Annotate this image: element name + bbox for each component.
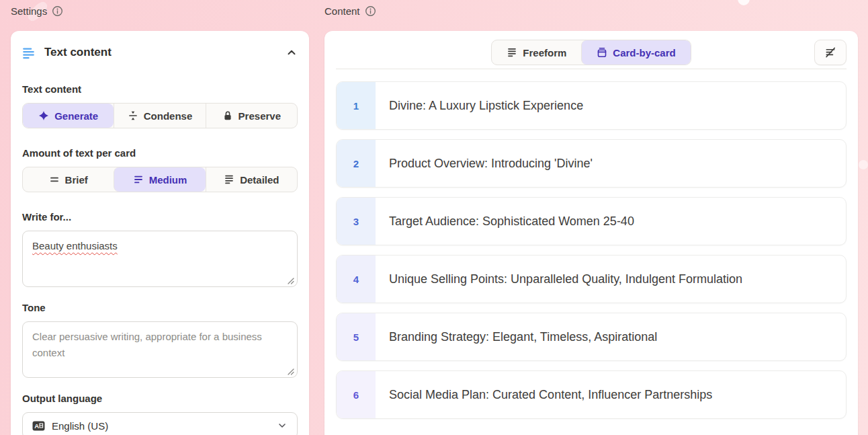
card-number: 1 [337,82,376,129]
card-row-2[interactable]: 2 Product Overview: Introducing 'Divine' [336,139,847,188]
three-lines-icon [133,174,144,185]
content-section-label: Content [324,5,376,17]
detailed-button[interactable]: Detailed [206,167,297,192]
card-number: 3 [337,198,376,245]
card-row-6[interactable]: 6 Social Media Plan: Curated Content, In… [336,370,847,419]
card-number: 6 [337,371,376,418]
clear-formatting-button[interactable] [814,40,847,65]
translate-icon: A [32,421,45,431]
brief-button[interactable]: Brief [23,167,114,192]
content-panel: Freeform Card-by-card 1 Divine: A Luxury… [324,31,858,435]
text-content-group-label: Text content [22,83,298,95]
text-content-section-header[interactable]: Text content [22,40,298,65]
condense-icon [128,110,138,121]
write-for-value: Beauty enthusiasts [32,240,118,251]
medium-button[interactable]: Medium [114,167,205,192]
info-icon[interactable] [52,5,63,17]
two-lines-icon [49,174,60,185]
detailed-label: Detailed [240,174,279,186]
card-title[interactable]: Social Media Plan: Curated Content, Infl… [389,385,712,405]
output-language-label: Output language [22,393,298,404]
card-number: 5 [337,313,376,360]
tone-value: Clear persuasive writing, appropriate fo… [32,331,262,358]
freeform-button[interactable]: Freeform [492,40,581,65]
card-number: 4 [337,255,376,303]
card-title[interactable]: Branding Strategy: Elegant, Timeless, As… [389,327,657,347]
resize-handle-icon[interactable] [286,276,294,284]
card-title[interactable]: Divine: A Luxury Lipstick Experience [389,95,583,116]
card-by-card-label: Card-by-card [613,47,675,58]
clear-formatting-icon [824,46,836,58]
settings-section-label: Settings [11,5,63,17]
chevron-down-icon [277,420,288,431]
lock-icon [222,110,233,121]
card-list: 1 Divine: A Luxury Lipstick Experience 2… [336,81,847,419]
output-language-value: English (US) [52,420,108,432]
text-content-segmented-control: Generate Condense Preserve [22,103,298,128]
generate-button[interactable]: Generate [23,104,114,128]
preserve-label: Preserve [238,110,281,122]
card-title[interactable]: Product Overview: Introducing 'Divine' [389,153,593,173]
settings-panel: Text content Text content Generate Conde… [11,31,309,435]
content-divider [336,69,847,69]
preserve-button[interactable]: Preserve [206,104,297,128]
condense-button[interactable]: Condense [114,104,205,128]
card-row-4[interactable]: 4 Unique Selling Points: Unparalleled Qu… [336,255,847,303]
generate-label: Generate [54,110,98,122]
card-row-3[interactable]: 3 Target Audience: Sophisticated Women 2… [336,197,847,245]
align-left-blue-icon [22,46,35,59]
sparkle-icon [38,110,49,121]
amount-segmented-control: Brief Medium Detailed [22,167,298,192]
chevron-up-icon[interactable] [286,46,298,58]
card-row-1[interactable]: 1 Divine: A Luxury Lipstick Experience [336,81,847,130]
settings-label-text: Settings [11,5,47,17]
info-icon[interactable] [365,5,376,17]
card-title[interactable]: Unique Selling Points: Unparalleled Qual… [389,269,742,289]
card-icon [597,47,607,58]
four-lines-icon [224,174,234,185]
condense-label: Condense [144,110,193,122]
brief-label: Brief [65,174,88,186]
output-language-select[interactable]: A English (US) [22,412,298,435]
card-row-5[interactable]: 5 Branding Strategy: Elegant, Timeless, … [336,313,847,361]
freeform-label: Freeform [523,47,566,58]
content-toolbar: Freeform Card-by-card [336,40,847,65]
content-label-text: Content [324,5,360,17]
medium-label: Medium [149,174,187,186]
svg-text:A: A [34,422,39,430]
write-for-label: Write for... [22,211,298,223]
tone-textarea[interactable]: Clear persuasive writing, appropriate fo… [22,321,298,378]
sparkle-decoration [859,160,868,169]
panel-title: Text content [44,46,276,59]
mode-segmented-control: Freeform Card-by-card [491,40,691,65]
card-by-card-button[interactable]: Card-by-card [581,40,690,65]
align-left-icon [507,47,517,58]
card-number: 2 [337,140,376,187]
sparkle-decoration [738,0,750,5]
card-title[interactable]: Target Audience: Sophisticated Women 25-… [389,211,634,231]
resize-handle-icon[interactable] [286,367,294,375]
amount-label: Amount of text per card [22,147,298,159]
write-for-textarea[interactable]: Beauty enthusiasts [22,231,298,287]
tone-label: Tone [22,302,298,313]
